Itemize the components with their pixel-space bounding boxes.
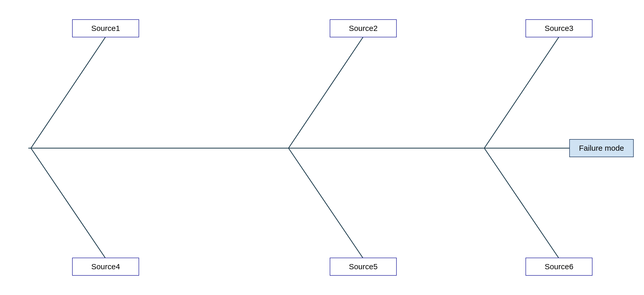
fishbone-diagram: Source1 Source2 Source3 Source4 Source5 …: [0, 0, 644, 295]
bone-top-3: [484, 37, 559, 148]
source-label: Source5: [349, 262, 378, 271]
source-label: Source6: [545, 262, 573, 271]
source-label: Source1: [91, 24, 120, 33]
bone-top-1: [31, 37, 106, 148]
source-label: Source4: [91, 262, 120, 271]
source-label: Source2: [349, 24, 378, 33]
bone-top-2: [289, 37, 363, 148]
source-box-top-3: Source3: [526, 19, 592, 37]
source-label: Source3: [545, 24, 573, 33]
failure-mode-label: Failure mode: [579, 144, 624, 153]
source-box-top-1: Source1: [72, 19, 139, 37]
source-box-top-2: Source2: [330, 19, 397, 37]
bone-bottom-1: [31, 148, 106, 258]
failure-mode-box: Failure mode: [569, 139, 634, 157]
source-box-bottom-1: Source4: [72, 258, 139, 276]
bones: [0, 0, 644, 295]
bone-bottom-2: [289, 148, 363, 258]
source-box-bottom-3: Source6: [526, 258, 592, 276]
source-box-bottom-2: Source5: [330, 258, 397, 276]
bone-bottom-3: [484, 148, 559, 258]
